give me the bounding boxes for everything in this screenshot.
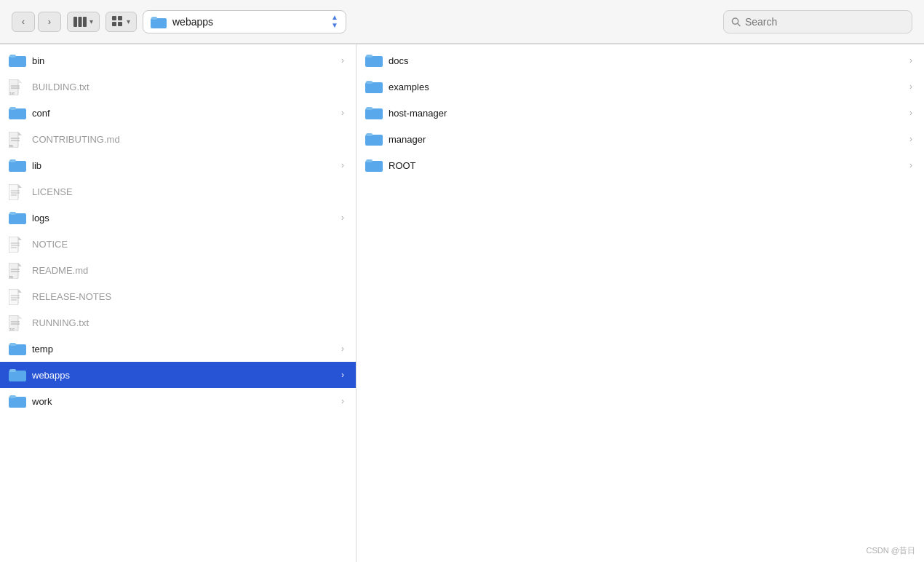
- svg-rect-5: [112, 22, 116, 26]
- list-item[interactable]: examples ›: [357, 74, 924, 100]
- file-name: README.md: [32, 265, 344, 276]
- svg-rect-19: [9, 108, 26, 119]
- svg-marker-22: [18, 132, 22, 135]
- chevron-right-icon: ›: [909, 55, 912, 66]
- svg-text:TXT: TXT: [9, 328, 15, 331]
- path-up-icon: ▲: [331, 14, 338, 21]
- chevron-right-icon: ›: [909, 108, 912, 118]
- list-item[interactable]: NOTICE: [0, 231, 356, 257]
- file-name: NOTICE: [32, 239, 344, 250]
- svg-rect-66: [365, 108, 383, 119]
- svg-text:TXT: TXT: [9, 92, 15, 95]
- svg-rect-70: [365, 161, 383, 172]
- generic-icon: [9, 184, 26, 199]
- file-name: CONTRIBUTING.md: [32, 134, 344, 145]
- list-item[interactable]: webapps ›: [0, 362, 356, 388]
- list-item[interactable]: manager ›: [357, 126, 924, 152]
- svg-rect-2: [83, 17, 87, 27]
- svg-rect-0: [73, 17, 77, 27]
- chevron-down-icon: ▾: [89, 17, 93, 25]
- svg-rect-12: [9, 55, 16, 58]
- folder-icon: [365, 106, 383, 120]
- list-item[interactable]: MD README.md: [0, 257, 356, 283]
- file-name: BUILDING.txt: [32, 82, 344, 92]
- column-view-button[interactable]: ▾: [67, 12, 100, 32]
- folder-icon: [9, 106, 26, 120]
- md-icon: MD: [9, 132, 26, 146]
- list-item[interactable]: MD CONTRIBUTING.md: [0, 126, 356, 152]
- list-item[interactable]: RELEASE-NOTES: [0, 283, 356, 309]
- svg-rect-65: [366, 81, 373, 84]
- md-icon: MD: [9, 263, 26, 277]
- svg-rect-4: [118, 16, 122, 20]
- file-name: logs: [32, 213, 335, 223]
- folder-icon: [9, 158, 26, 173]
- folder-icon: [151, 15, 167, 28]
- list-item[interactable]: ROOT ›: [357, 152, 924, 178]
- path-bar[interactable]: webapps ▲ ▼: [143, 10, 346, 33]
- svg-line-10: [738, 23, 740, 25]
- file-name: manager: [389, 134, 904, 145]
- file-name: LICENSE: [32, 186, 344, 197]
- svg-rect-33: [9, 213, 26, 224]
- svg-text:MD: MD: [9, 144, 13, 148]
- path-label: webapps: [172, 16, 325, 28]
- path-stepper[interactable]: ▲ ▼: [331, 14, 338, 29]
- path-down-icon: ▼: [331, 22, 338, 29]
- list-item[interactable]: work ›: [0, 388, 356, 414]
- file-name: ROOT: [389, 160, 904, 171]
- folder-icon: [9, 368, 26, 382]
- file-name: temp: [32, 344, 335, 355]
- file-name: lib: [32, 160, 335, 171]
- list-item[interactable]: TXT RUNNING.txt: [0, 309, 356, 336]
- left-column-pane: bin › TXT BUILDING.txt conf › MD CONTRIB…: [0, 44, 357, 562]
- search-icon: [731, 17, 741, 27]
- svg-rect-27: [9, 159, 16, 162]
- svg-rect-59: [9, 369, 16, 372]
- chevron-right-icon: ›: [341, 160, 344, 170]
- svg-marker-29: [18, 184, 22, 188]
- svg-rect-68: [365, 135, 383, 146]
- svg-rect-20: [9, 107, 16, 110]
- forward-button[interactable]: ›: [38, 12, 61, 32]
- svg-rect-8: [151, 17, 157, 20]
- list-item[interactable]: docs ›: [357, 47, 924, 74]
- chevron-right-icon: ›: [341, 396, 344, 406]
- file-name: docs: [389, 55, 904, 66]
- svg-rect-7: [151, 18, 167, 28]
- svg-rect-11: [9, 56, 26, 67]
- grid-view-icon: [112, 16, 124, 28]
- file-name: conf: [32, 108, 335, 119]
- txt-icon: TXT: [9, 79, 26, 94]
- chevron-right-icon: ›: [909, 82, 912, 92]
- list-item[interactable]: host-manager ›: [357, 100, 924, 126]
- folder-icon: [365, 79, 383, 94]
- grid-chevron-icon: ▾: [127, 17, 130, 25]
- watermark: CSDN @昔日: [867, 545, 915, 556]
- back-button[interactable]: ‹: [12, 12, 35, 32]
- list-item[interactable]: TXT BUILDING.txt: [0, 74, 356, 100]
- list-item[interactable]: lib ›: [0, 152, 356, 178]
- svg-rect-45: [9, 289, 18, 305]
- list-item[interactable]: LICENSE: [0, 178, 356, 205]
- grid-view-button[interactable]: ▾: [105, 12, 137, 32]
- chevron-right-icon: ›: [341, 344, 344, 354]
- chevron-right-icon: ›: [909, 160, 912, 170]
- column-view-icon: [73, 17, 87, 27]
- list-item[interactable]: conf ›: [0, 100, 356, 126]
- left-column-list: bin › TXT BUILDING.txt conf › MD CONTRIB…: [0, 47, 356, 414]
- svg-rect-58: [9, 371, 26, 381]
- folder-icon: [9, 210, 26, 225]
- list-item[interactable]: temp ›: [0, 336, 356, 362]
- generic-icon: [9, 289, 26, 304]
- txt-icon: TXT: [9, 315, 26, 330]
- search-bar: [723, 10, 912, 33]
- svg-rect-28: [9, 184, 18, 200]
- svg-rect-64: [365, 82, 383, 93]
- toolbar: ‹ › ▾ ▾ webapps ▲ ▼: [0, 0, 924, 44]
- list-item[interactable]: logs ›: [0, 205, 356, 231]
- list-item[interactable]: bin ›: [0, 47, 356, 74]
- file-name: RELEASE-NOTES: [32, 291, 344, 302]
- svg-marker-41: [18, 263, 22, 266]
- search-input[interactable]: [745, 16, 904, 28]
